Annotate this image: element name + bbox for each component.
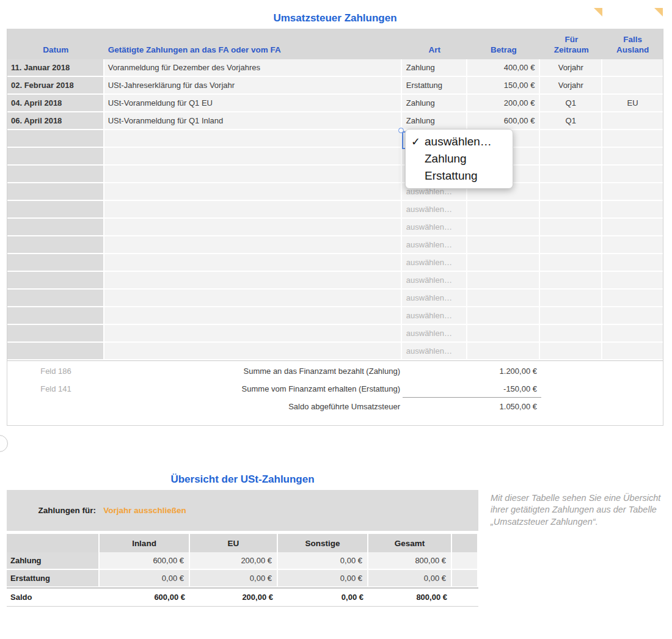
cell-betrag[interactable] — [467, 236, 541, 254]
cell-datum[interactable]: 02. Februar 2018 — [7, 77, 104, 95]
cell-beschreibung[interactable] — [104, 148, 402, 166]
cell-datum[interactable] — [7, 148, 104, 166]
cell-beschreibung[interactable] — [104, 183, 402, 201]
cell-beschreibung[interactable] — [104, 325, 402, 343]
cell-ausland[interactable] — [602, 236, 663, 254]
cell-datum[interactable] — [7, 236, 104, 254]
cell-ausland[interactable] — [602, 290, 663, 307]
cell-ausland[interactable] — [602, 254, 663, 272]
cell-zeitraum[interactable]: Vorjahr — [540, 59, 602, 77]
cell-datum[interactable] — [7, 343, 104, 360]
cell-betrag[interactable] — [467, 219, 541, 236]
cell-zeitraum[interactable] — [540, 201, 602, 219]
cell-betrag[interactable] — [467, 201, 541, 219]
cell-beschreibung[interactable]: USt-Voranmeldung für Q1 EU — [104, 95, 402, 112]
cell-zeitraum[interactable]: Vorjahr — [540, 77, 602, 95]
cell-ausland[interactable] — [602, 343, 663, 360]
cell-datum[interactable]: 11. Januar 2018 — [7, 59, 104, 77]
cell-betrag[interactable] — [467, 325, 541, 343]
cell-art-dropdown[interactable]: Zahlung — [402, 95, 467, 112]
cell-ausland[interactable] — [602, 148, 663, 166]
cell-beschreibung[interactable] — [104, 307, 402, 325]
cell-zeitraum[interactable] — [540, 219, 602, 236]
cell-art-dropdown[interactable]: auswählen… — [402, 307, 467, 325]
cell-ausland[interactable] — [602, 325, 663, 343]
cell-art-dropdown[interactable]: Erstattung — [402, 77, 467, 95]
cell-art-dropdown[interactable]: auswählen… — [402, 236, 467, 254]
cell-beschreibung[interactable]: Voranmeldung für Dezember des Vorjahres — [104, 59, 402, 77]
cell-betrag[interactable]: 600,00 € — [467, 112, 541, 130]
cell-ausland[interactable] — [602, 183, 663, 201]
cell-datum[interactable] — [7, 201, 104, 219]
cell-ausland[interactable] — [602, 166, 663, 183]
cell-datum[interactable] — [7, 183, 104, 201]
cell-zeitraum[interactable] — [540, 307, 602, 325]
cell-ausland[interactable]: EU — [602, 95, 663, 112]
cell-zeitraum[interactable] — [540, 325, 602, 343]
cell-beschreibung[interactable] — [104, 290, 402, 307]
cell-datum[interactable] — [7, 307, 104, 325]
cell-betrag[interactable]: 400,00 € — [467, 59, 541, 77]
cell-beschreibung[interactable] — [104, 130, 402, 148]
cell-ausland[interactable] — [602, 307, 663, 325]
cell-art-dropdown[interactable]: auswählen… — [402, 201, 467, 219]
cell-zeitraum[interactable] — [540, 183, 602, 201]
cell-beschreibung[interactable] — [104, 272, 402, 290]
cell-betrag[interactable] — [467, 290, 541, 307]
cell-datum[interactable] — [7, 130, 104, 148]
cell-ausland[interactable] — [602, 272, 663, 290]
dropdown-option[interactable]: ✓auswählen… — [406, 133, 513, 150]
cell-beschreibung[interactable]: USt-Voranmeldung für Q1 Inland — [104, 112, 402, 130]
cell-beschreibung[interactable] — [104, 236, 402, 254]
cell-selection-handle[interactable] — [398, 128, 404, 133]
vorjahr-filter-value[interactable]: Vorjahr ausschließen — [100, 490, 190, 531]
cell-zeitraum[interactable] — [540, 343, 602, 360]
cell-datum[interactable] — [7, 290, 104, 307]
cell-datum[interactable] — [7, 166, 104, 183]
cell-art-dropdown[interactable]: auswählen… — [402, 343, 467, 360]
cell-ausland[interactable] — [602, 130, 663, 148]
cell-zeitraum[interactable] — [540, 254, 602, 272]
cell-art-dropdown[interactable]: auswählen… — [402, 290, 467, 307]
cell-art-dropdown[interactable]: Zahlung — [402, 112, 467, 130]
cell-datum[interactable] — [7, 272, 104, 290]
cell-ausland[interactable] — [602, 59, 663, 77]
cell-ausland[interactable] — [602, 77, 663, 95]
cell-datum[interactable] — [7, 325, 104, 343]
dropdown-option[interactable]: Zahlung — [406, 150, 513, 167]
cell-zeitraum[interactable] — [540, 236, 602, 254]
cell-zeitraum[interactable]: Q1 — [540, 112, 602, 130]
cell-betrag[interactable] — [467, 343, 541, 360]
cell-zeitraum[interactable] — [540, 130, 602, 148]
cell-ausland[interactable] — [602, 112, 663, 130]
cell-ausland[interactable] — [602, 219, 663, 236]
table2-value-cell: 0,00 € — [190, 570, 278, 588]
cell-beschreibung[interactable] — [104, 254, 402, 272]
cell-art-dropdown[interactable]: auswählen… — [402, 219, 467, 236]
cell-datum[interactable] — [7, 219, 104, 236]
cell-betrag[interactable]: 150,00 € — [467, 77, 541, 95]
cell-art-dropdown[interactable]: auswählen… — [402, 325, 467, 343]
cell-beschreibung[interactable] — [104, 219, 402, 236]
cell-beschreibung[interactable] — [104, 343, 402, 360]
cell-zeitraum[interactable] — [540, 166, 602, 183]
cell-beschreibung[interactable] — [104, 166, 402, 183]
cell-zeitraum[interactable]: Q1 — [540, 95, 602, 112]
cell-datum[interactable]: 04. April 2018 — [7, 95, 104, 112]
cell-datum[interactable]: 06. April 2018 — [7, 112, 104, 130]
cell-betrag[interactable] — [467, 254, 541, 272]
cell-beschreibung[interactable] — [104, 201, 402, 219]
dropdown-option[interactable]: Erstattung — [406, 167, 513, 184]
cell-zeitraum[interactable] — [540, 272, 602, 290]
cell-zeitraum[interactable] — [540, 148, 602, 166]
cell-beschreibung[interactable]: USt-Jahreserklärung für das Vorjahr — [104, 77, 402, 95]
cell-datum[interactable] — [7, 254, 104, 272]
cell-betrag[interactable] — [467, 307, 541, 325]
cell-betrag[interactable] — [467, 272, 541, 290]
cell-betrag[interactable]: 200,00 € — [467, 95, 541, 112]
cell-ausland[interactable] — [602, 201, 663, 219]
cell-art-dropdown[interactable]: auswählen… — [402, 254, 467, 272]
cell-art-dropdown[interactable]: Zahlung — [402, 59, 467, 77]
cell-art-dropdown[interactable]: auswählen… — [402, 272, 467, 290]
cell-zeitraum[interactable] — [540, 290, 602, 307]
